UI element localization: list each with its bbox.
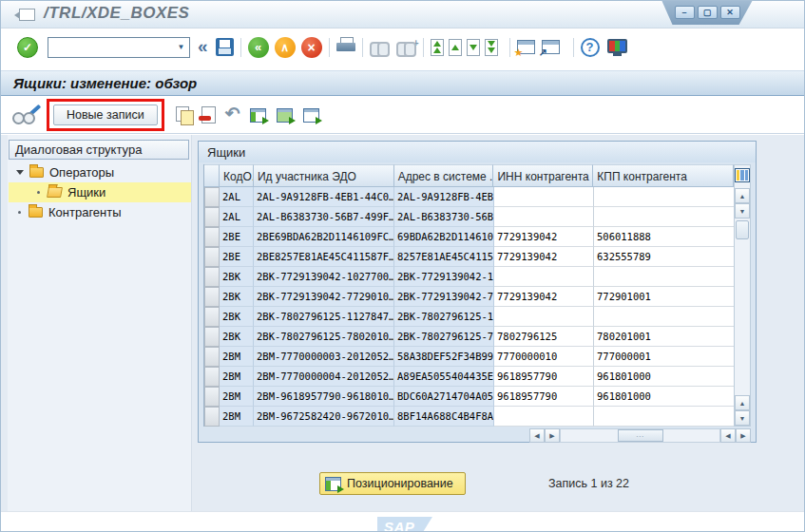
tree-item-3[interactable]: Контрагенты — [9, 202, 191, 222]
display-change-icon[interactable] — [12, 104, 41, 125]
table-cell[interactable] — [594, 407, 735, 427]
select-all-icon[interactable] — [250, 108, 266, 123]
find-icon[interactable] — [370, 42, 390, 55]
table-cell[interactable]: 58A38DEF52F34B99… — [394, 347, 494, 367]
row-selector[interactable] — [204, 307, 220, 327]
horizontal-scrollbar[interactable]: ◀ ▶ ⋯ ◀ ▶ — [529, 428, 751, 443]
table-cell[interactable]: A89EA5055404435E… — [394, 367, 494, 387]
row-selector[interactable] — [204, 367, 220, 387]
table-cell[interactable]: 2BK — [220, 307, 254, 327]
row-selector[interactable] — [204, 207, 220, 227]
select-all-header[interactable] — [204, 164, 220, 187]
table-cell[interactable] — [594, 187, 735, 207]
table-cell[interactable]: 2BM — [220, 407, 254, 427]
table-cell[interactable]: 2BM — [220, 367, 254, 387]
table-cell[interactable]: 8BF14A688C4B4F8A… — [394, 407, 494, 427]
row-selector[interactable] — [204, 327, 220, 347]
table-cell[interactable] — [494, 307, 594, 327]
vertical-scrollbar[interactable]: ▲ ▼ ▲ ▼ — [734, 164, 751, 427]
new-entries-button[interactable]: Новые записи — [53, 104, 158, 125]
scrollbar-track[interactable]: ⋯ — [560, 428, 720, 443]
tree-item-1[interactable]: Операторы — [9, 162, 191, 182]
delete-row-icon[interactable] — [201, 106, 216, 124]
column-header[interactable]: КодО... — [220, 164, 254, 187]
table-cell[interactable]: 2AL — [220, 187, 254, 207]
save-icon[interactable] — [216, 38, 234, 56]
print-icon[interactable] — [336, 40, 355, 56]
table-cell[interactable] — [594, 307, 735, 327]
scrollbar-track[interactable] — [735, 241, 750, 395]
maximize-button[interactable]: ▢ — [698, 6, 718, 19]
table-cell[interactable]: 2BK-7729139042-1… — [394, 267, 494, 287]
table-cell[interactable]: 2BK — [220, 267, 254, 287]
page-up-icon[interactable] — [449, 39, 462, 56]
table-cell[interactable]: 2BE — [220, 227, 254, 247]
table-cell[interactable]: 2BK-7729139042-7729010… — [254, 287, 394, 307]
table-cell[interactable]: 2BK-7802796125-1… — [394, 307, 494, 327]
deselect-all-icon[interactable] — [303, 108, 319, 123]
table-cell[interactable]: 2BM-9618957790-9618010… — [254, 387, 394, 407]
exit-icon[interactable]: ∧ — [275, 37, 296, 58]
table-cell[interactable]: 2BK-7729139042-1027700… — [254, 267, 394, 287]
chevron-down-icon[interactable]: ▼ — [173, 38, 189, 57]
row-selector[interactable] — [204, 247, 220, 267]
enter-icon[interactable]: ✓ — [17, 37, 38, 58]
table-cell[interactable]: 8257E81AE45C4115… — [394, 247, 494, 267]
close-button[interactable]: ✕ — [720, 6, 740, 19]
exit-door-icon[interactable] — [19, 9, 35, 21]
first-page-icon[interactable] — [431, 39, 444, 56]
table-cell[interactable] — [494, 407, 594, 427]
table-cell[interactable]: 9618957790 — [494, 367, 594, 387]
tree-item-2[interactable]: Ящики — [9, 182, 191, 202]
find-next-icon[interactable]: + — [396, 42, 416, 55]
table-cell[interactable]: 2AL-B6383730-56B… — [394, 207, 494, 227]
table-cell[interactable]: 7729139042 — [494, 247, 594, 267]
gui-settings-icon[interactable] — [607, 39, 627, 53]
table-cell[interactable]: 7770000010 — [494, 347, 594, 367]
help-icon[interactable]: ? — [581, 38, 600, 57]
table-cell[interactable]: 2BK — [220, 287, 254, 307]
column-header[interactable]: ИНН контрагента — [493, 164, 593, 187]
table-cell[interactable]: 2AL-B6383730-56B7-499F… — [254, 207, 394, 227]
scroll-right-icon[interactable]: ▶ — [736, 428, 751, 443]
table-cell[interactable]: 7729139042 — [494, 287, 594, 307]
table-cell[interactable]: 780201001 — [594, 327, 735, 347]
table-cell[interactable]: 961801000 — [594, 387, 735, 407]
scroll-left-icon[interactable]: ◀ — [529, 428, 545, 443]
table-cell[interactable]: 632555789 — [594, 247, 735, 267]
scroll-down-icon[interactable]: ▼ — [735, 410, 750, 426]
table-cell[interactable]: 2BK-7729139042-7… — [394, 287, 494, 307]
table-cell[interactable]: 2BM-7770000003-2012052… — [254, 347, 394, 367]
table-cell[interactable]: 2AL-9A9128FB-4EB… — [394, 187, 494, 207]
scroll-left-icon[interactable]: ◀ — [720, 428, 736, 443]
select-block-icon[interactable] — [277, 108, 293, 123]
table-cell[interactable]: 772901001 — [594, 287, 735, 307]
create-shortcut-icon[interactable]: ↗ — [542, 40, 560, 54]
column-header[interactable]: Адрес в системе ... — [394, 164, 494, 187]
table-cell[interactable]: 69BDA62B2D114610… — [394, 227, 494, 247]
table-cell[interactable] — [594, 267, 735, 287]
scroll-up-icon[interactable]: ▲ — [735, 188, 750, 203]
back-icon[interactable]: « — [248, 37, 269, 58]
undo-icon[interactable]: ↶ — [225, 103, 240, 124]
table-cell[interactable]: BDC60A2714704A05… — [394, 387, 494, 407]
row-selector[interactable] — [204, 387, 220, 407]
table-cell[interactable]: 2BK-7802796125-1127847… — [254, 307, 394, 327]
table-cell[interactable]: 2BM-7770000004-2012052… — [254, 367, 394, 387]
table-cell[interactable]: 2BE — [220, 247, 254, 267]
table-cell[interactable]: 2AL — [220, 207, 254, 227]
column-header[interactable]: КПП контрагента — [593, 164, 734, 187]
scroll-right-icon[interactable]: ▶ — [545, 428, 560, 443]
page-down-icon[interactable] — [467, 39, 480, 56]
table-cell[interactable]: 2BM-9672582420-9672010… — [254, 407, 394, 427]
table-cell[interactable] — [494, 207, 594, 227]
scroll-up-icon[interactable]: ▲ — [735, 395, 750, 410]
table-cell[interactable]: 961801000 — [594, 367, 735, 387]
table-cell[interactable]: 7802796125 — [494, 327, 594, 347]
row-selector[interactable] — [204, 407, 220, 427]
scrollbar-thumb[interactable]: ⋯ — [618, 429, 663, 442]
column-header[interactable]: Ид участника ЭДО — [254, 164, 394, 187]
scroll-down-icon[interactable]: ▼ — [735, 203, 750, 218]
row-selector[interactable] — [204, 187, 220, 207]
table-cell[interactable]: 506011888 — [594, 227, 735, 247]
